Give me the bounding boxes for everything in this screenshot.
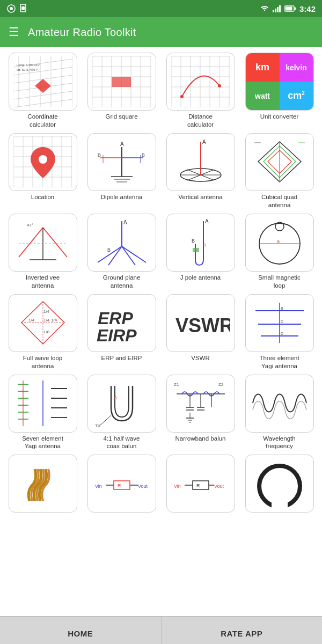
grid-label-vswr: VSWR bbox=[191, 354, 210, 362]
tools-grid: Long: 4.463041° lat: 52.374667° Coordina… bbox=[5, 53, 317, 515]
svg-line-96 bbox=[43, 228, 67, 257]
grid-label-coordinate: Coordinate calculator bbox=[27, 113, 57, 129]
svg-rect-6 bbox=[277, 7, 279, 12]
svg-text:lat: 52.374667°: lat: 52.374667° bbox=[17, 68, 39, 71]
grid-item-coil[interactable] bbox=[5, 455, 80, 515]
battery-icon bbox=[284, 5, 296, 12]
svg-text:B: B bbox=[142, 152, 145, 158]
svg-text:D: D bbox=[281, 320, 283, 324]
svg-text:1/4: 1/4 bbox=[51, 318, 57, 323]
rate-app-button[interactable]: RATE APP bbox=[162, 617, 323, 644]
grid-label-jpole: J pole antenna bbox=[180, 274, 221, 282]
grid-item-grid-square[interactable]: Grid square bbox=[84, 53, 159, 129]
svg-text:TX: TX bbox=[95, 423, 101, 428]
svg-text:B: B bbox=[98, 152, 101, 158]
grid-item-three-element-yagi[interactable]: B D D Three element Yagi antenna bbox=[242, 294, 317, 370]
svg-text:ERP: ERP bbox=[98, 309, 133, 328]
grid-label-distance: Distance calculator bbox=[187, 113, 214, 129]
bottom-bar: HOME RATE APP bbox=[0, 616, 322, 644]
svg-text:B: B bbox=[192, 238, 195, 244]
grid-item-dipole-antenna[interactable]: A B B Dipole antenna bbox=[84, 133, 159, 209]
svg-rect-5 bbox=[275, 9, 276, 12]
svg-rect-3 bbox=[21, 6, 25, 10]
grid-item-loop-circle[interactable] bbox=[242, 455, 317, 515]
svg-line-85 bbox=[187, 175, 201, 180]
app-title: Amateur Radio Toolkit bbox=[28, 26, 136, 39]
svg-text:Z2: Z2 bbox=[218, 382, 224, 387]
svg-rect-165 bbox=[13, 501, 72, 509]
menu-button[interactable]: ☰ bbox=[9, 25, 19, 39]
unit-converter-box: km kelvin watt cm2 bbox=[245, 53, 314, 111]
svg-text:A: A bbox=[114, 395, 117, 400]
grid-item-erp-eirp[interactable]: ERP EIRP ERP and EIRP bbox=[84, 294, 159, 370]
grid-label-narrowband: Narrowband balun bbox=[175, 435, 226, 443]
grid-label-yagi3: Three element Yagi antenna bbox=[259, 354, 299, 370]
svg-marker-23 bbox=[35, 79, 51, 93]
status-left bbox=[6, 4, 27, 13]
svg-text:A: A bbox=[123, 219, 127, 225]
svg-text:1/4: 1/4 bbox=[43, 309, 50, 314]
svg-text:B: B bbox=[281, 306, 283, 310]
svg-point-1 bbox=[10, 7, 13, 10]
grid-label-wavelength: Wavelength frequency bbox=[263, 435, 295, 451]
home-button[interactable]: HOME bbox=[0, 617, 162, 644]
svg-line-104 bbox=[122, 246, 135, 265]
grid-item-seven-element-yagi[interactable]: Seven element Yagi antenna bbox=[5, 375, 80, 451]
svg-text:D: D bbox=[281, 332, 283, 335]
grid-item-wavelength[interactable]: Wavelength frequency bbox=[242, 375, 317, 451]
grid-item-coordinate-calculator[interactable]: Long: 4.463041° lat: 52.374667° Coordina… bbox=[5, 53, 80, 129]
svg-rect-39 bbox=[112, 77, 131, 87]
svg-rect-9 bbox=[294, 8, 296, 10]
svg-text:A: A bbox=[205, 218, 209, 224]
grid-label-unitconverter: Unit converter bbox=[260, 113, 299, 121]
grid-item-distance-calculator[interactable]: Distance calculator bbox=[163, 53, 238, 129]
signal-icon bbox=[6, 4, 16, 13]
grid-label-ground-plane: Ground plane antenna bbox=[103, 274, 141, 290]
status-right: 3:42 bbox=[260, 4, 316, 13]
grid-item-ground-plane[interactable]: A B Ground plane antenna bbox=[84, 214, 159, 290]
svg-line-84 bbox=[201, 170, 214, 175]
grid-item-j-pole[interactable]: A B D J pole antenna bbox=[163, 214, 238, 290]
grid-label-vertical: Vertical antenna bbox=[178, 193, 222, 201]
grid-label-balun: 4:1 half wave coax balun bbox=[104, 435, 140, 451]
svg-text:Vin: Vin bbox=[95, 484, 102, 489]
grid-item-vertical-antenna[interactable]: A Vertical antenna bbox=[163, 133, 238, 209]
svg-point-178 bbox=[259, 466, 300, 507]
svg-point-54 bbox=[218, 84, 221, 87]
grid-item-inverted-vee[interactable]: 47° Inverted vee antenna bbox=[5, 214, 80, 290]
grid-item-resistor2[interactable]: Vin Vout R bbox=[163, 455, 238, 515]
grid-item-vswr[interactable]: VSWR VSWR bbox=[163, 294, 238, 370]
svg-text:Z1: Z1 bbox=[174, 382, 179, 387]
grid-label-full-wave-loop: Full wave loop antenna bbox=[23, 354, 63, 370]
svg-rect-110 bbox=[193, 248, 199, 252]
grid-label-location: Location bbox=[31, 193, 54, 201]
grid-item-balun[interactable]: TX A 4:1 half wave coax balun bbox=[84, 375, 159, 451]
grid-item-small-magnetic-loop[interactable]: a Small magnetic loop bbox=[242, 214, 317, 290]
svg-text:R: R bbox=[196, 483, 200, 488]
grid-label-magnetic-loop: Small magnetic loop bbox=[258, 274, 301, 290]
svg-text:VSWR: VSWR bbox=[175, 314, 230, 336]
svg-text:A: A bbox=[120, 141, 124, 147]
grid-item-full-wave-loop[interactable]: 1/4 1/4 1/4 1/4 1/8 Full wave loop anten… bbox=[5, 294, 80, 370]
svg-text:1/4: 1/4 bbox=[43, 318, 50, 323]
grid-item-narrowband-balun[interactable]: Z1 Z2 bbox=[163, 375, 238, 451]
svg-text:Vin: Vin bbox=[174, 484, 181, 489]
svg-line-86 bbox=[201, 175, 214, 180]
grid-item-cubical-quad[interactable]: Cubical quad antenna bbox=[242, 133, 317, 209]
svg-line-149 bbox=[100, 415, 111, 425]
main-content: Long: 4.463041° lat: 52.374667° Coordina… bbox=[0, 47, 322, 616]
svg-text:47°: 47° bbox=[27, 223, 33, 228]
grid-label-yagi7: Seven element Yagi antenna bbox=[22, 435, 63, 451]
grid-label-erp: ERP and EIRP bbox=[101, 354, 142, 362]
grid-item-resistor1[interactable]: Vin Vout R bbox=[84, 455, 159, 515]
svg-rect-7 bbox=[279, 5, 281, 12]
svg-text:Long: 4.463041°: Long: 4.463041° bbox=[17, 63, 41, 67]
svg-rect-176 bbox=[193, 481, 209, 489]
app-header: ☰ Amateur Radio Toolkit bbox=[0, 17, 322, 47]
svg-rect-179 bbox=[272, 502, 288, 509]
svg-line-16 bbox=[13, 99, 72, 107]
svg-rect-4 bbox=[273, 10, 274, 12]
grid-item-unit-converter[interactable]: km kelvin watt cm2 Unit converter bbox=[242, 53, 317, 129]
grid-item-location[interactable]: Location bbox=[5, 133, 80, 209]
svg-text:a: a bbox=[277, 238, 280, 244]
